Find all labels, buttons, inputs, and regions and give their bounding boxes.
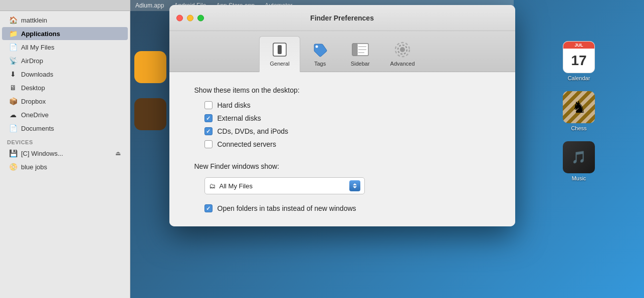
- external-disks-label: External disks: [218, 114, 261, 122]
- tab-tags-label: Tags: [314, 61, 326, 67]
- dropdown-value: All My Files: [220, 182, 253, 190]
- cds-dvds-label: CDs, DVDs, and iPods: [218, 127, 289, 135]
- modal-titlebar: Finder Preferences: [169, 5, 515, 31]
- advanced-tab-icon: [393, 41, 411, 59]
- svg-point-2: [315, 46, 318, 48]
- desktop-section-title: Show these items on the desktop:: [194, 86, 490, 94]
- checkbox-cds-dvds[interactable]: CDs, DVDs, and iPods: [204, 127, 490, 135]
- connected-servers-label: Connected servers: [218, 140, 277, 148]
- finder-preferences-modal: Finder Preferences General: [169, 5, 515, 226]
- modal-overlay: Finder Preferences General: [0, 0, 644, 298]
- hard-disks-label: Hard disks: [218, 101, 251, 109]
- tab-sidebar-label: Sidebar: [351, 61, 370, 67]
- new-windows-dropdown[interactable]: 🗂 All My Files: [204, 177, 365, 194]
- desktop-checkboxes: Hard disks External disks CDs, DVDs, and…: [194, 101, 490, 148]
- tab-advanced-label: Advanced: [390, 61, 415, 67]
- svg-point-8: [400, 47, 405, 52]
- tab-sidebar[interactable]: Sidebar: [340, 37, 380, 72]
- maximize-button[interactable]: [197, 15, 204, 21]
- sidebar-tab-icon: [351, 41, 369, 59]
- connected-servers-checkbox[interactable]: [204, 140, 212, 148]
- svg-marker-11: [353, 183, 357, 185]
- tab-general[interactable]: General: [259, 36, 300, 72]
- cds-dvds-checkbox[interactable]: [204, 127, 212, 135]
- dropdown-arrow-icon: [349, 180, 360, 191]
- tab-advanced[interactable]: Advanced: [380, 37, 425, 72]
- window-controls: [176, 15, 204, 21]
- open-in-tabs-label: Open folders in tabs instead of new wind…: [218, 204, 356, 212]
- svg-marker-12: [353, 186, 357, 188]
- dropdown-row: 🗂 All My Files: [194, 177, 490, 194]
- modal-title: Finder Preferences: [310, 14, 374, 22]
- general-tab-icon: [271, 41, 289, 59]
- checkbox-connected-servers[interactable]: Connected servers: [204, 140, 490, 148]
- modal-content: Show these items on the desktop: Hard di…: [169, 72, 515, 226]
- svg-rect-4: [352, 44, 357, 56]
- new-windows-section: New Finder windows show: 🗂 All My Files: [194, 162, 490, 194]
- modal-toolbar: General Tags: [169, 31, 515, 72]
- close-button[interactable]: [176, 15, 183, 21]
- open-in-tabs-checkbox[interactable]: [204, 204, 212, 212]
- tab-general-label: General: [270, 61, 289, 67]
- checkbox-external-disks[interactable]: External disks: [204, 114, 490, 122]
- external-disks-checkbox[interactable]: [204, 114, 212, 122]
- open-in-tabs-checkbox-row[interactable]: Open folders in tabs instead of new wind…: [194, 204, 490, 212]
- tab-tags[interactable]: Tags: [300, 37, 340, 72]
- tags-tab-icon: [311, 41, 329, 59]
- hard-disks-checkbox[interactable]: [204, 101, 212, 109]
- checkbox-hard-disks[interactable]: Hard disks: [204, 101, 490, 109]
- dropdown-icon: 🗂: [209, 182, 216, 190]
- svg-rect-1: [278, 45, 282, 54]
- minimize-button[interactable]: [187, 15, 193, 21]
- new-windows-title: New Finder windows show:: [194, 162, 490, 170]
